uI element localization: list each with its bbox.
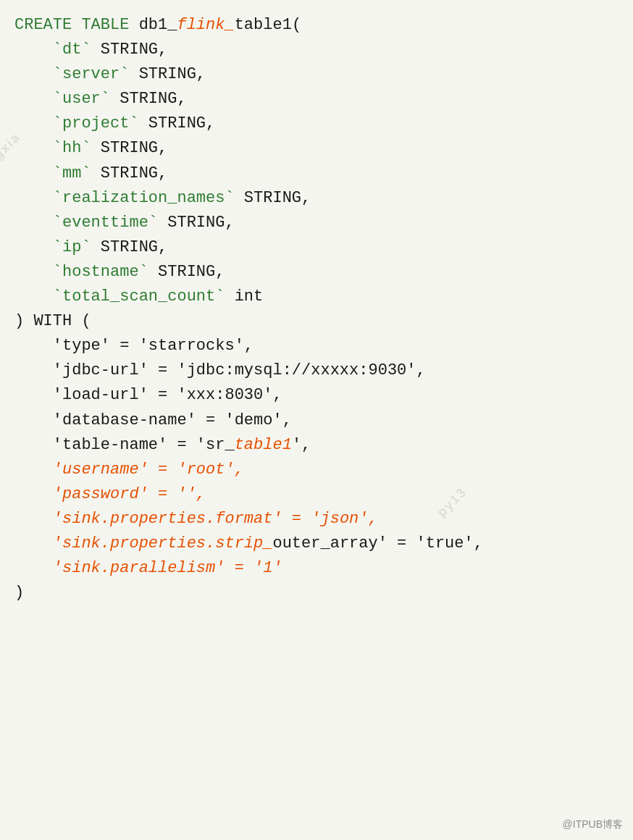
col-project: `project` xyxy=(53,114,139,133)
sink-par-key: 'sink.parallelism' = '1' xyxy=(53,559,282,577)
line-eventtime: `eventtime` STRING, xyxy=(14,211,619,235)
sink-format-key: 'sink.properties.format' = 'json', xyxy=(53,510,378,528)
col-user: `user` xyxy=(53,90,110,108)
col-hh: `hh` xyxy=(53,139,91,157)
table1-italic: table1 xyxy=(235,436,292,454)
line-dt: `dt` STRING, xyxy=(14,38,619,62)
col-realization-names: `realization_names` xyxy=(53,189,235,207)
line-mm: `mm` STRING, xyxy=(14,161,619,186)
flink-italic: flink_ xyxy=(177,16,234,34)
keyword-table: TABLE xyxy=(81,16,129,34)
line-realization: `realization_names` STRING, xyxy=(14,186,619,211)
line-total-scan: `total_scan_count` int xyxy=(14,285,619,309)
footer-credit: @ITPUB博客 xyxy=(563,817,623,833)
line-sink-strip-prop: 'sink.properties.strip_outer_array' = 't… xyxy=(14,532,619,556)
col-eventtime: `eventtime` xyxy=(53,214,158,232)
line-user: `user` STRING, xyxy=(14,87,619,112)
line-sink-par-prop: 'sink.parallelism' = '1' xyxy=(14,556,619,581)
line-close: ) xyxy=(14,581,619,605)
col-ip: `ip` xyxy=(53,238,91,256)
table-name: table1( xyxy=(235,16,301,34)
line-db-name-prop: 'database-name' = 'demo', xyxy=(14,408,619,433)
line-username-prop: 'username' = 'root', xyxy=(14,458,619,482)
col-dt: `dt` xyxy=(53,41,91,59)
line-load-prop: 'load-url' = 'xxx:8030', xyxy=(14,383,619,408)
line-1: CREATE TABLE db1_flink_table1( xyxy=(14,13,619,38)
password-key: 'password' = '', xyxy=(53,485,206,503)
keyword-create: CREATE xyxy=(14,16,72,34)
close-paren: ) xyxy=(14,584,24,602)
line-sink-format-prop: 'sink.properties.format' = 'json', xyxy=(14,507,619,532)
line-table-name-prop: 'table-name' = 'sr_table1', xyxy=(14,433,619,458)
sink-strip-plain: outer_array' = 'true', xyxy=(272,534,482,553)
line-type-prop: 'type' = 'starrocks', xyxy=(14,334,619,358)
line-jdbc-prop: 'jdbc-url' = 'jdbc:mysql://xxxxx:9030', xyxy=(14,358,619,383)
col-server: `server` xyxy=(53,65,130,83)
line-hh: `hh` STRING, xyxy=(14,136,619,161)
line-server: `server` STRING, xyxy=(14,62,619,87)
col-total-scan-count: `total_scan_count` xyxy=(53,287,225,306)
with-open: ) WITH ( xyxy=(14,312,91,330)
line-password-prop: 'password' = '', xyxy=(14,482,619,507)
col-hostname: `hostname` xyxy=(53,263,148,281)
username-key: 'username' = 'root', xyxy=(53,461,244,479)
line-project: `project` STRING, xyxy=(14,112,619,136)
code-block: CREATE TABLE db1_flink_table1( `dt` STRI… xyxy=(0,0,633,627)
db-prefix: db1_ xyxy=(139,16,177,34)
line-hostname: `hostname` STRING, xyxy=(14,260,619,285)
line-with: ) WITH ( xyxy=(14,309,619,334)
line-ip: `ip` STRING, xyxy=(14,235,619,260)
sink-strip-italic: 'sink.properties.strip_ xyxy=(53,534,273,553)
col-mm: `mm` xyxy=(53,164,91,182)
